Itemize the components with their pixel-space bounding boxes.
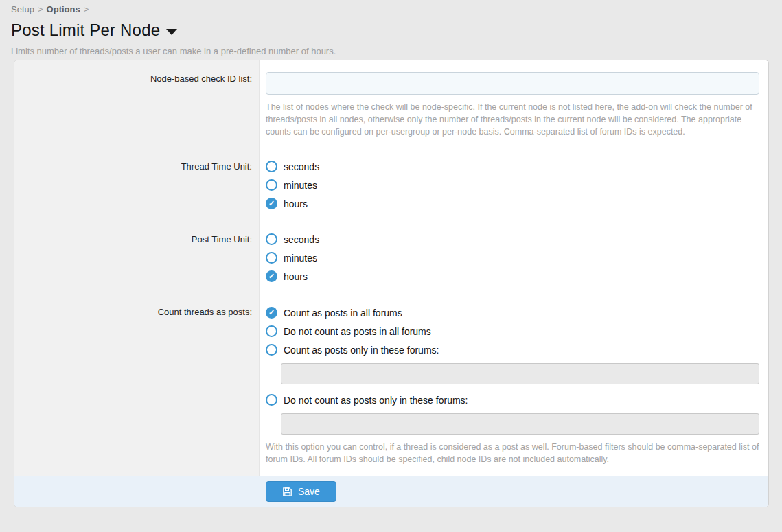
breadcrumb-item-setup[interactable]: Setup — [11, 4, 34, 14]
radio-option-thread-minutes[interactable]: minutes — [266, 176, 759, 194]
radio-unchecked-icon — [266, 161, 277, 172]
breadcrumb-separator: > — [84, 4, 89, 14]
radio-option-count-all-forums[interactable]: Count as posts in all forums — [266, 303, 759, 322]
post-time-unit-radio-group: seconds minutes hours — [260, 221, 768, 294]
radio-option-count-only-these-forums[interactable]: Count as posts only in these forums: — [266, 340, 759, 359]
radio-label: hours — [284, 198, 308, 209]
form-row-node-check-id-list: Node-based check ID list: The list of no… — [14, 60, 768, 148]
radio-label: seconds — [284, 161, 319, 172]
radio-unchecked-icon — [266, 252, 277, 264]
radio-unchecked-icon — [266, 325, 277, 337]
radio-unchecked-icon — [266, 179, 277, 191]
form-footer: Save — [14, 476, 768, 507]
form-row-thread-time-unit: Thread Time Unit: seconds minutes hours — [14, 148, 768, 221]
count-only-forums-input[interactable] — [281, 363, 759, 384]
radio-option-post-seconds[interactable]: seconds — [266, 230, 759, 248]
row-label: Thread Time Unit: — [14, 148, 260, 221]
count-threads-radio-group: Count as posts in all forums Do not coun… — [260, 294, 768, 476]
form-row-post-time-unit: Post Time Unit: seconds minutes hours — [14, 221, 768, 294]
radio-unchecked-icon — [266, 233, 277, 245]
radio-option-no-count-only-these-forums[interactable]: Do not count as posts only in these foru… — [266, 391, 759, 409]
radio-label: Do not count as posts only in these foru… — [284, 395, 468, 406]
radio-option-post-hours[interactable]: hours — [266, 267, 759, 286]
node-check-id-list-input[interactable] — [266, 72, 759, 95]
radio-label: minutes — [284, 180, 317, 191]
radio-label: Do not count as posts in all forums — [284, 326, 431, 337]
radio-checked-icon — [266, 307, 277, 319]
breadcrumb-item-options[interactable]: Options — [47, 4, 80, 14]
radio-option-thread-hours[interactable]: hours — [266, 194, 759, 213]
radio-option-no-count-all-forums[interactable]: Do not count as posts in all forums — [266, 322, 759, 340]
row-label: Count threads as posts: — [14, 294, 260, 476]
radio-option-thread-seconds[interactable]: seconds — [266, 157, 759, 176]
radio-option-post-minutes[interactable]: minutes — [266, 248, 759, 267]
no-count-only-forums-input[interactable] — [281, 413, 759, 435]
page-title-menu[interactable]: Post Limit Per Node — [11, 21, 177, 40]
form-row-count-threads-as-posts: Count threads as posts: Count as posts i… — [14, 294, 768, 476]
page-subtitle: Limits number of threads/posts a user ca… — [11, 46, 768, 56]
floppy-disk-icon — [282, 487, 292, 497]
breadcrumb-separator: > — [38, 4, 43, 14]
save-button-label: Save — [298, 486, 320, 497]
page-title: Post Limit Per Node — [11, 21, 160, 40]
options-panel: Node-based check ID list: The list of no… — [14, 60, 769, 507]
row-control: The list of nodes where the check will b… — [260, 60, 768, 148]
thread-time-unit-radio-group: seconds minutes hours — [260, 148, 768, 221]
row-explanation: The list of nodes where the check will b… — [266, 101, 759, 138]
row-label: Node-based check ID list: — [14, 60, 260, 148]
page-header: Setup>Options> Post Limit Per Node Limit… — [0, 0, 782, 56]
row-explanation: With this option you can control, if a t… — [266, 441, 759, 465]
radio-checked-icon — [266, 198, 277, 209]
radio-checked-icon — [266, 270, 277, 282]
save-button[interactable]: Save — [266, 481, 336, 502]
breadcrumb: Setup>Options> — [11, 4, 768, 14]
caret-down-icon — [166, 29, 177, 35]
radio-unchecked-icon — [266, 344, 277, 356]
radio-label: minutes — [284, 253, 317, 264]
radio-label: seconds — [284, 234, 319, 245]
row-label: Post Time Unit: — [14, 221, 260, 294]
radio-label: hours — [284, 271, 308, 282]
radio-label: Count as posts in all forums — [284, 308, 402, 319]
radio-unchecked-icon — [266, 394, 277, 406]
radio-label: Count as posts only in these forums: — [284, 345, 439, 356]
